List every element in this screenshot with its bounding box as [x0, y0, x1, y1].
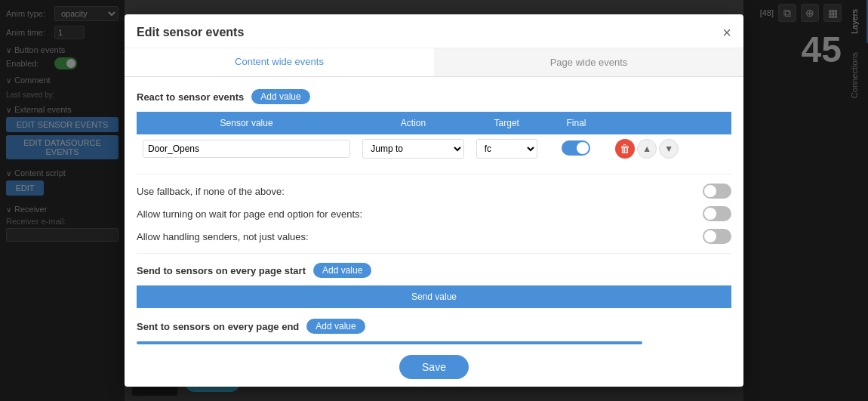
progress-bar: [137, 341, 642, 344]
send-start-label: Send to sensors on every page start: [137, 265, 306, 276]
senders-toggle[interactable]: [703, 229, 731, 244]
senders-label: Allow handling senders, not just values:: [137, 231, 309, 242]
col-actions-empty: [609, 112, 731, 134]
move-up-button[interactable]: ▲: [637, 139, 657, 159]
tab-content-wide-events[interactable]: Content wide events: [125, 48, 434, 76]
wait-label: Allow turning on wait for page end optio…: [137, 208, 362, 220]
delete-row-button[interactable]: 🗑: [615, 139, 635, 159]
row-action-buttons: 🗑 ▲ ▼: [615, 139, 725, 159]
senders-option-row: Allow handling senders, not just values:: [137, 229, 731, 244]
col-sensor-value: Sensor value: [137, 112, 356, 134]
action-select[interactable]: Jump to: [362, 139, 463, 159]
table-row: Jump to fc: [137, 134, 731, 163]
wait-option-row: Allow turning on wait for page end optio…: [137, 206, 731, 221]
sensor-value-input[interactable]: [143, 140, 350, 158]
fallback-option-row: Use fallback, if none of the above:: [137, 184, 731, 199]
col-action: Action: [356, 112, 469, 134]
target-select[interactable]: fc: [476, 139, 537, 159]
modal-footer: Save: [137, 347, 731, 387]
react-section-header: React to sensor events Add value: [137, 89, 731, 104]
col-send-value: Send value: [137, 285, 731, 308]
send-start-section-header: Send to sensors on every page start Add …: [137, 263, 731, 278]
save-button[interactable]: Save: [399, 355, 469, 379]
react-section-label: React to sensor events: [137, 91, 244, 103]
send-start-table: Send value: [137, 285, 731, 308]
chevron-down-icon: ▼: [664, 143, 673, 154]
modal-tabs: Content wide events Page wide events: [125, 48, 743, 77]
tab-page-wide-events[interactable]: Page wide events: [434, 48, 743, 76]
final-toggle[interactable]: [562, 140, 590, 156]
move-down-button[interactable]: ▼: [659, 139, 679, 159]
react-add-value-button[interactable]: Add value: [251, 89, 309, 104]
divider-2: [137, 253, 731, 254]
divider-1: [137, 174, 731, 174]
send-end-add-value-button[interactable]: Add value: [306, 319, 365, 334]
modal-overlay: Edit sensor events × Content wide events…: [0, 0, 868, 401]
modal-close-button[interactable]: ×: [722, 25, 731, 40]
edit-sensor-events-modal: Edit sensor events × Content wide events…: [125, 14, 743, 387]
sensor-events-table: Sensor value Action Target Final: [137, 112, 731, 163]
col-final: Final: [543, 112, 609, 134]
chevron-up-icon: ▲: [642, 143, 651, 154]
col-target: Target: [470, 112, 543, 134]
wait-toggle[interactable]: [703, 206, 731, 221]
modal-header: Edit sensor events ×: [125, 14, 743, 48]
send-end-section-header: Sent to sensors on every page end Add va…: [137, 319, 731, 334]
send-start-add-value-button[interactable]: Add value: [313, 263, 371, 278]
modal-title: Edit sensor events: [137, 26, 244, 39]
fallback-label: Use fallback, if none of the above:: [137, 186, 285, 197]
send-end-label: Sent to sensors on every page end: [137, 321, 299, 332]
modal-body: React to sensor events Add value Sensor …: [125, 77, 743, 387]
fallback-toggle[interactable]: [703, 184, 731, 199]
trash-icon: 🗑: [620, 143, 630, 155]
